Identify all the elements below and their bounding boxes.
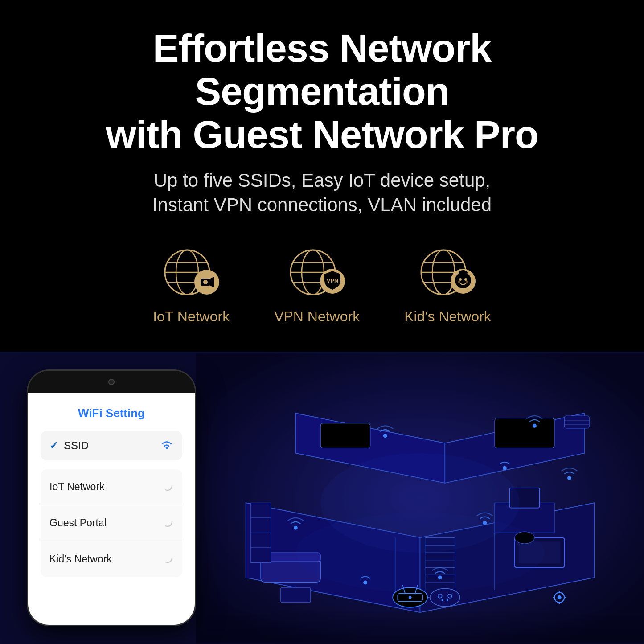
vpn-icon: VPN bbox=[281, 244, 353, 302]
iot-network-item: IoT Network bbox=[153, 244, 230, 325]
vpn-network-item: VPN VPN Network bbox=[274, 244, 360, 325]
kids-network-item: Kid's Network bbox=[404, 244, 491, 325]
page-wrapper: Effortless Network Segmentation with Gue… bbox=[0, 0, 644, 644]
ssid-label: SSID bbox=[64, 439, 89, 452]
svg-point-68 bbox=[567, 476, 571, 480]
svg-point-65 bbox=[533, 423, 537, 427]
iot-network-label: IoT Network bbox=[153, 308, 230, 325]
svg-rect-61 bbox=[495, 418, 554, 448]
loading-icon-iot bbox=[162, 480, 173, 494]
smart-home-visual bbox=[196, 352, 644, 644]
list-item[interactable]: Kid's Network bbox=[41, 541, 182, 577]
svg-rect-60 bbox=[320, 423, 370, 448]
svg-point-28 bbox=[166, 447, 168, 449]
svg-rect-50 bbox=[281, 587, 311, 603]
svg-point-30 bbox=[163, 517, 172, 526]
kids-icon bbox=[412, 244, 483, 302]
svg-point-86 bbox=[430, 588, 460, 606]
house-svg bbox=[196, 352, 644, 644]
svg-point-23 bbox=[459, 270, 468, 275]
list-item[interactable]: Guest Portal bbox=[41, 505, 182, 541]
svg-point-69 bbox=[503, 466, 507, 470]
subtitle: Up to five SSIDs, Easy IoT device setup,… bbox=[152, 168, 492, 217]
network-list: IoT Network Guest Portal bbox=[41, 469, 182, 577]
svg-point-24 bbox=[459, 278, 462, 281]
network-icons-row: IoT Network VPN bbox=[153, 244, 491, 325]
svg-text:VPN: VPN bbox=[326, 277, 338, 284]
loading-icon-guest bbox=[162, 516, 173, 530]
phone-camera bbox=[108, 379, 115, 385]
list-item[interactable]: IoT Network bbox=[41, 469, 182, 505]
wifi-setting-title: WiFi Setting bbox=[41, 406, 182, 420]
wifi-signal-icon bbox=[160, 439, 173, 452]
top-section: Effortless Network Segmentation with Gue… bbox=[0, 0, 644, 352]
svg-point-76 bbox=[558, 595, 562, 599]
main-title: Effortless Network Segmentation with Gue… bbox=[36, 27, 608, 156]
svg-point-29 bbox=[163, 481, 172, 490]
svg-point-25 bbox=[464, 278, 467, 281]
ssid-left: ✓ SSID bbox=[49, 439, 89, 452]
phone-mockup: WiFi Setting ✓ SSID bbox=[27, 369, 196, 626]
svg-marker-8 bbox=[210, 277, 214, 287]
svg-point-26 bbox=[458, 281, 460, 283]
svg-point-82 bbox=[295, 513, 544, 592]
svg-point-89 bbox=[442, 599, 443, 600]
network-name-iot: IoT Network bbox=[49, 481, 105, 493]
ssid-row[interactable]: ✓ SSID bbox=[41, 431, 182, 460]
kids-network-label: Kid's Network bbox=[404, 308, 491, 325]
iot-icon bbox=[156, 244, 227, 302]
svg-point-62 bbox=[294, 525, 298, 529]
network-name-kids: Kid's Network bbox=[49, 553, 112, 565]
svg-rect-83 bbox=[564, 416, 589, 428]
svg-point-64 bbox=[383, 434, 387, 438]
phone-screen: WiFi Setting ✓ SSID bbox=[28, 393, 195, 625]
vpn-network-label: VPN Network bbox=[274, 308, 360, 325]
bottom-section: WiFi Setting ✓ SSID bbox=[0, 352, 644, 644]
network-name-guest: Guest Portal bbox=[49, 517, 107, 529]
loading-icon-kids bbox=[162, 552, 173, 566]
svg-point-7 bbox=[203, 280, 208, 284]
check-icon: ✓ bbox=[49, 439, 58, 452]
svg-point-90 bbox=[447, 599, 448, 600]
phone-top-bar bbox=[28, 371, 195, 393]
svg-point-74 bbox=[409, 596, 412, 599]
svg-point-27 bbox=[466, 281, 468, 283]
svg-point-31 bbox=[163, 554, 172, 562]
